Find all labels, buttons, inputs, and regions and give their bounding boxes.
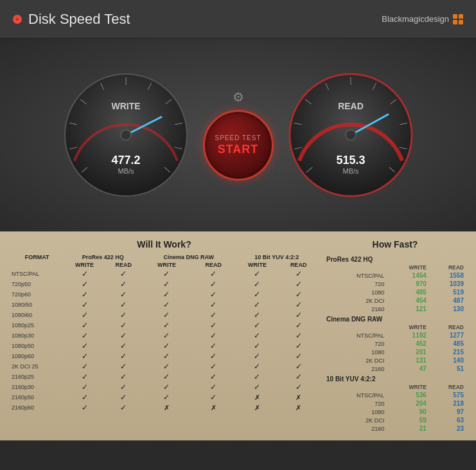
check-cell: ✓ xyxy=(191,341,236,351)
fast-group-name: ProRes 422 HQ xyxy=(324,253,466,264)
check-cell: ✓ xyxy=(279,269,318,279)
check-cell: ✓ xyxy=(279,320,318,330)
close-button[interactable]: × xyxy=(13,15,22,24)
check-cell: ✓ xyxy=(64,361,105,372)
check-cell: ✓ xyxy=(236,269,279,279)
fast-read-header: READ xyxy=(428,264,466,271)
fast-format-name: 2K DCI xyxy=(324,416,387,424)
check-cell: ✗ xyxy=(142,402,191,413)
check-cell: ✓ xyxy=(191,310,236,320)
svg-text:515.3: 515.3 xyxy=(336,154,365,167)
format-cell: NTSC/PAL xyxy=(10,269,64,279)
fast-data-row: 21604751 xyxy=(324,365,466,373)
check-cell: ✓ xyxy=(105,372,142,382)
format-cell: 1080p50 xyxy=(10,341,64,351)
fast-format-name: 1080 xyxy=(324,408,387,416)
write-gauge-svg: 477.2 MB/s WRITE xyxy=(62,71,190,199)
format-cell: 2160p60 xyxy=(10,402,64,413)
fast-data-row: 7209701039 xyxy=(324,280,466,288)
fast-write-val: 970 xyxy=(387,280,428,288)
start-btn-line2: START xyxy=(218,143,259,157)
check-cell: ✓ xyxy=(279,372,318,382)
check-table-row: 1080p30✓✓✓✓✓✓ xyxy=(10,330,318,341)
check-cell: ✓ xyxy=(191,351,236,361)
cinema-read-subhdr: READ xyxy=(191,261,236,269)
yuv-write-subhdr: WRITE xyxy=(236,261,279,269)
format-cell: 1080p25 xyxy=(10,320,64,330)
format-col-header: FORMAT xyxy=(10,253,64,261)
check-cell: ✓ xyxy=(105,279,142,289)
check-cell: ✓ xyxy=(64,320,105,330)
fast-group-name: 10 Bit YUV 4:2:2 xyxy=(324,373,466,383)
check-cell: ✓ xyxy=(279,382,318,392)
check-cell: ✓ xyxy=(236,279,279,289)
fast-write-header: WRITE xyxy=(387,264,428,271)
svg-text:WRITE: WRITE xyxy=(111,101,140,111)
check-cell: ✓ xyxy=(64,310,105,320)
fast-write-val: 454 xyxy=(387,296,428,305)
fast-read-val: 575 xyxy=(428,391,466,399)
fast-read-val: 1558 xyxy=(428,271,466,280)
fast-data-row: NTSC/PAL11921277 xyxy=(324,331,466,339)
fast-read-val: 215 xyxy=(428,348,466,356)
brand-dot-2 xyxy=(459,14,463,19)
fast-write-val: 47 xyxy=(387,365,428,373)
fast-data-row: NTSC/PAL14541558 xyxy=(324,271,466,280)
fast-data-row: 2K DCI5963 xyxy=(324,416,466,424)
check-cell: ✓ xyxy=(142,330,191,341)
fast-format-name: NTSC/PAL xyxy=(324,391,387,399)
check-cell: ✗ xyxy=(279,402,318,413)
check-cell: ✓ xyxy=(64,289,105,300)
format-cell: 2160p25 xyxy=(10,372,64,382)
speed-test-start-button[interactable]: SPEED TEST START xyxy=(203,110,274,181)
fast-format-name: 2160 xyxy=(324,365,387,373)
check-cell: ✓ xyxy=(142,351,191,361)
check-cell: ✓ xyxy=(142,392,191,402)
fast-sub-header: WRITEREAD xyxy=(324,323,466,331)
check-cell: ✓ xyxy=(64,351,105,361)
fast-read-val: 140 xyxy=(428,356,466,365)
yuv-read-subhdr: READ xyxy=(279,261,318,269)
gear-icon[interactable]: ⚙ xyxy=(233,89,244,105)
fast-read-val: 519 xyxy=(428,288,466,296)
gauge-area: 477.2 MB/s WRITE ⚙ SPEED TEST START xyxy=(0,39,476,231)
fast-read-val: 1277 xyxy=(428,331,466,339)
check-cell: ✓ xyxy=(105,320,142,330)
fast-format-name: 2K DCI xyxy=(324,296,387,305)
fast-read-header: READ xyxy=(428,323,466,331)
will-it-work-section: Will It Work? FORMAT ProRes 422 HQ Cinem… xyxy=(10,239,318,433)
check-cell: ✓ xyxy=(236,372,279,382)
fast-data-row: 1080485519 xyxy=(324,288,466,296)
check-cell: ✓ xyxy=(279,310,318,320)
check-table-row: 2K DCI 25✓✓✓✓✓✓ xyxy=(10,361,318,372)
fast-format-name: 2K DCI xyxy=(324,356,387,365)
svg-text:READ: READ xyxy=(338,101,364,111)
check-cell: ✓ xyxy=(142,382,191,392)
check-cell: ✓ xyxy=(191,361,236,372)
check-table-row: NTSC/PAL✓✓✓✓✓✓ xyxy=(10,269,318,279)
brand-dot-4 xyxy=(459,20,463,24)
format-cell: 1080p60 xyxy=(10,351,64,361)
prores-read-subhdr: READ xyxy=(105,261,142,269)
check-cell: ✓ xyxy=(191,300,236,310)
svg-point-31 xyxy=(346,130,356,140)
check-cell: ✓ xyxy=(191,279,236,289)
check-cell: ✓ xyxy=(191,372,236,382)
check-cell: ✓ xyxy=(279,289,318,300)
check-table-row: 2160p50✓✓✓✓✗✗ xyxy=(10,392,318,402)
title-bar-left: × Disk Speed Test xyxy=(13,11,130,28)
fast-format-name: 1080 xyxy=(324,288,387,296)
check-cell: ✓ xyxy=(105,392,142,402)
svg-text:MB/s: MB/s xyxy=(342,167,359,175)
fast-read-val: 218 xyxy=(428,399,466,408)
check-table-row: 1080i50✓✓✓✓✓✓ xyxy=(10,300,318,310)
check-cell: ✗ xyxy=(191,402,236,413)
brand-dot-3 xyxy=(453,20,457,24)
format-cell: 2K DCI 25 xyxy=(10,361,64,372)
check-cell: ✓ xyxy=(64,269,105,279)
check-cell: ✓ xyxy=(105,382,142,392)
check-cell: ✓ xyxy=(279,341,318,351)
format-cell: 2160p50 xyxy=(10,392,64,402)
check-table: FORMAT ProRes 422 HQ Cinema DNG RAW 10 B… xyxy=(10,253,318,413)
check-cell: ✓ xyxy=(64,279,105,289)
